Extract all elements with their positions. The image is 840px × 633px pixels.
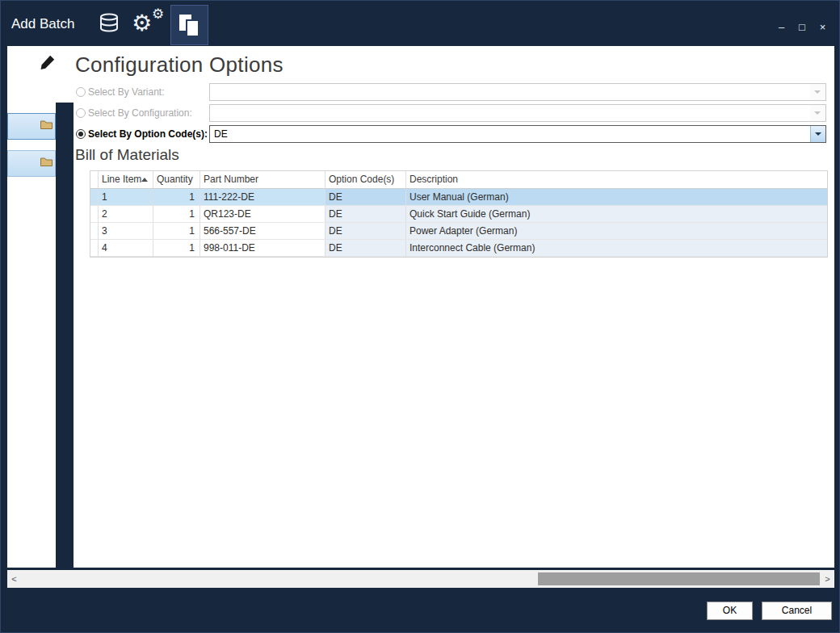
copy-icon	[178, 13, 202, 42]
cell-quantity[interactable]: 1	[153, 189, 200, 205]
maximize-button[interactable]: □	[794, 21, 811, 33]
table-row[interactable]: 4 1 998-011-DE DE Interconnect Cable (Ge…	[90, 240, 827, 257]
table-row[interactable]: 1 1 111-222-DE DE User Manual (German)	[90, 189, 827, 206]
sidebar-divider	[56, 103, 74, 568]
title-bar[interactable]: Add Batch ⚙ ⚙ – □	[1, 1, 839, 46]
cell-part-number[interactable]: 998-011-DE	[200, 240, 326, 256]
sort-ascending-icon	[141, 178, 148, 182]
table-row[interactable]: 2 1 QR123-DE DE Quick Start Guide (Germa…	[90, 206, 827, 223]
cell-quantity[interactable]: 1	[153, 223, 200, 239]
radio-label-variant: Select By Variant:	[88, 86, 165, 98]
cell-option-codes[interactable]: DE	[326, 189, 406, 205]
cell-part-number[interactable]: 111-222-DE	[200, 189, 326, 205]
cell-part-number[interactable]: 566-557-DE	[200, 223, 326, 239]
main-panel: Configuration Options Select By Variant:…	[7, 46, 834, 568]
folder-icon	[40, 118, 52, 132]
gear-large-icon: ⚙	[132, 12, 152, 35]
window-title: Add Batch	[11, 16, 74, 32]
bom-table: Line Item Quantity Part Number Option Co…	[90, 170, 828, 258]
cell-line-item[interactable]: 3	[99, 223, 153, 239]
row-selector-gutter[interactable]	[90, 206, 99, 222]
table-row[interactable]: 3 1 566-557-DE DE Power Adapter (German)	[90, 223, 827, 240]
radio-label-configuration: Select By Configuration:	[88, 107, 192, 119]
radio-label-option-codes: Select By Option Code(s):	[88, 128, 208, 140]
chevron-down-icon[interactable]	[810, 126, 825, 142]
edit-pencil-icon	[40, 54, 56, 73]
cell-option-codes[interactable]: DE	[326, 206, 406, 222]
cell-quantity[interactable]: 1	[153, 240, 200, 256]
scroll-left-arrow-icon[interactable]: <	[7, 570, 21, 588]
cell-description[interactable]: Interconnect Cable (German)	[406, 240, 827, 256]
column-header-description[interactable]: Description	[406, 171, 827, 188]
table-header-row: Line Item Quantity Part Number Option Co…	[90, 171, 827, 189]
cell-line-item[interactable]: 1	[99, 189, 153, 205]
column-header-option-codes[interactable]: Option Code(s)	[326, 171, 406, 188]
copy-tool-tile[interactable]	[170, 5, 208, 45]
bom-section-title: Bill of Materials	[75, 146, 179, 164]
close-button[interactable]: ×	[814, 21, 831, 33]
cell-option-codes[interactable]: DE	[326, 240, 406, 256]
variant-combobox	[209, 83, 826, 101]
column-header-label: Line Item	[102, 171, 141, 188]
row-selector-gutter[interactable]	[90, 189, 99, 205]
column-header-part-number[interactable]: Part Number	[200, 171, 326, 188]
page-title: Configuration Options	[75, 52, 284, 78]
column-header-line-item[interactable]: Line Item	[99, 171, 153, 188]
chevron-down-icon	[810, 105, 825, 121]
cell-line-item[interactable]: 4	[99, 240, 153, 256]
row-selector-gutter-header	[90, 171, 99, 188]
radio-select-by-configuration	[76, 108, 86, 118]
add-batch-window: Add Batch ⚙ ⚙ – □	[0, 0, 840, 633]
select-by-variant-row: Select By Variant:	[75, 83, 826, 101]
cell-description[interactable]: Power Adapter (German)	[406, 223, 827, 239]
cell-line-item[interactable]: 2	[99, 206, 153, 222]
scrollbar-thumb[interactable]	[538, 572, 820, 585]
sidebar-batch-item-1[interactable]	[7, 113, 56, 140]
combobox-value: DE	[214, 128, 228, 140]
radio-select-by-variant	[76, 87, 86, 97]
column-header-quantity[interactable]: Quantity	[153, 171, 200, 188]
database-icon[interactable]	[95, 10, 123, 38]
sidebar-batch-item-2[interactable]	[7, 150, 56, 177]
minimize-button[interactable]: –	[773, 21, 790, 33]
folder-icon	[40, 155, 52, 170]
cell-quantity[interactable]: 1	[153, 206, 200, 222]
cancel-button[interactable]: Cancel	[762, 602, 832, 620]
cell-description[interactable]: User Manual (German)	[406, 189, 827, 205]
chevron-down-icon	[810, 84, 825, 100]
row-selector-gutter[interactable]	[90, 240, 99, 256]
cell-part-number[interactable]: QR123-DE	[200, 206, 326, 222]
row-selector-gutter[interactable]	[90, 223, 99, 239]
option-codes-combobox[interactable]: DE	[209, 125, 826, 143]
cell-option-codes[interactable]: DE	[326, 223, 406, 239]
gears-icon[interactable]: ⚙ ⚙	[132, 7, 170, 43]
configuration-combobox	[209, 104, 826, 122]
select-by-configuration-row: Select By Configuration:	[75, 104, 826, 122]
radio-select-by-option-codes[interactable]	[76, 129, 86, 139]
cell-description[interactable]: Quick Start Guide (German)	[406, 206, 827, 222]
scroll-right-arrow-icon[interactable]: >	[821, 570, 834, 588]
select-by-option-codes-row: Select By Option Code(s): DE	[75, 125, 826, 143]
window-controls: – □ ×	[773, 19, 831, 34]
ok-button[interactable]: OK	[707, 602, 753, 620]
horizontal-scrollbar[interactable]: < >	[7, 570, 834, 588]
gear-small-icon: ⚙	[152, 7, 164, 21]
